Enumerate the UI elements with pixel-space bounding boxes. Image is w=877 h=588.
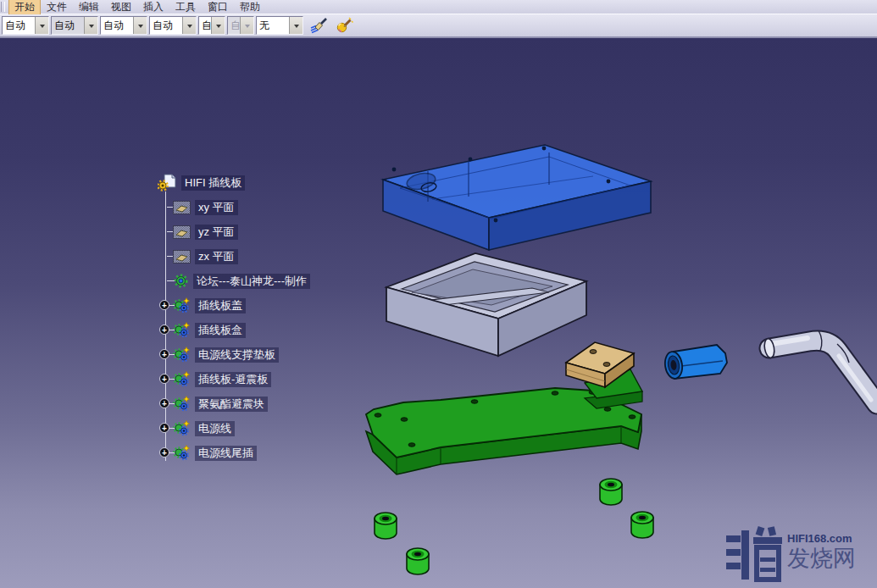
chevron-down-icon[interactable] xyxy=(84,17,97,34)
tree-node-part-power-cord[interactable]: + 电源线 xyxy=(173,416,310,441)
part-icon xyxy=(173,347,191,363)
tree-node-label[interactable]: 电源线 xyxy=(195,421,235,436)
tree-node-label[interactable]: 插线板盖 xyxy=(195,298,246,313)
part-icon xyxy=(173,371,191,387)
specification-tree: HIFI 插线板 xy 平面 yz 平面 zx 平面 论坛---泰山神龙---制… xyxy=(158,170,310,465)
part-power-cord[interactable] xyxy=(763,330,877,404)
menu-bar: 开始 文件 编辑 视图 插入 工具 窗口 帮助 xyxy=(0,0,877,14)
menu-tools[interactable]: 工具 xyxy=(169,0,202,15)
expand-icon[interactable]: + xyxy=(159,325,169,335)
opacity-combo[interactable]: 自动 xyxy=(51,16,98,35)
combo-value: 自动 xyxy=(52,17,84,34)
tree-node-label[interactable]: yz 平面 xyxy=(195,225,238,240)
part-tail-plug[interactable] xyxy=(663,345,727,380)
layer-combo[interactable]: 无 xyxy=(256,16,303,35)
tree-node-part-support-pad[interactable]: + 电源线支撑垫板 xyxy=(173,342,310,367)
part-foot-3[interactable] xyxy=(600,479,622,505)
tree-node-yz-plane[interactable]: yz 平面 xyxy=(173,219,310,244)
tree-node-label[interactable]: xy 平面 xyxy=(195,200,238,215)
tree-node-part-cover[interactable]: + 插线板盖 xyxy=(173,293,310,318)
tree-node-part-damping-block[interactable]: + 聚氨酯避震块 xyxy=(173,391,310,416)
tree-node-label[interactable]: 电源线尾插 xyxy=(195,446,257,461)
chevron-down-icon xyxy=(240,17,253,34)
expand-icon[interactable]: + xyxy=(159,374,169,384)
plane-icon xyxy=(173,225,191,239)
expand-icon[interactable]: + xyxy=(159,398,169,408)
combo-value: 自动 xyxy=(228,17,240,34)
part-icon xyxy=(173,420,191,436)
point-style-combo[interactable]: 自动 xyxy=(198,16,225,35)
tree-node-xy-plane[interactable]: xy 平面 xyxy=(173,195,310,219)
fill-color-combo[interactable]: 自动 xyxy=(2,16,49,35)
part-icon xyxy=(173,297,191,313)
watermark-logo xyxy=(726,526,782,580)
tree-node-label[interactable]: HIFI 插线板 xyxy=(181,175,245,191)
tree-node-label[interactable]: zx 平面 xyxy=(195,249,238,264)
tree-node-label[interactable]: 插线板盒 xyxy=(195,323,246,338)
combo-value: 自动 xyxy=(3,17,35,34)
menu-file[interactable]: 文件 xyxy=(41,0,73,15)
menu-view[interactable]: 视图 xyxy=(105,0,137,15)
graphic-properties-toolbar: 自动 自动 自动 自动 自动 自动 无 xyxy=(0,14,877,38)
tree-node-part-damping-plate[interactable]: + 插线板-避震板 xyxy=(173,367,310,391)
tree-node-geometry-set[interactable]: 论坛---泰山神龙---制作 xyxy=(173,269,310,293)
part-icon xyxy=(173,445,191,461)
part-foot-1[interactable] xyxy=(375,513,397,539)
combo-value: 自动 xyxy=(101,17,133,34)
paint-brush-icon[interactable] xyxy=(308,16,329,35)
tree-node-label[interactable]: 插线板-避震板 xyxy=(195,372,271,387)
tree-node-part-tail-plug[interactable]: + 电源线尾插 xyxy=(173,441,310,465)
watermark-name: 发烧网 xyxy=(787,546,856,571)
chevron-down-icon[interactable] xyxy=(35,17,48,34)
pencil-ball-icon[interactable] xyxy=(334,16,354,35)
chevron-down-icon[interactable] xyxy=(289,17,303,34)
part-box[interactable] xyxy=(386,253,586,356)
exploded-assembly xyxy=(0,0,877,588)
render-style-combo: 自动 xyxy=(227,16,254,35)
expand-icon[interactable]: + xyxy=(159,447,169,458)
menu-insert[interactable]: 插入 xyxy=(137,0,169,15)
expand-icon[interactable]: + xyxy=(159,300,169,310)
chevron-down-icon[interactable] xyxy=(133,17,147,34)
line-weight-combo[interactable]: 自动 xyxy=(149,16,197,35)
tree-node-root[interactable]: HIFI 插线板 xyxy=(158,170,310,195)
combo-value: 无 xyxy=(257,17,289,34)
watermark-site: HIFI168.com xyxy=(787,532,852,545)
combo-value: 自动 xyxy=(150,17,182,34)
menu-edit[interactable]: 编辑 xyxy=(73,0,105,15)
part-foot-2[interactable] xyxy=(407,548,429,574)
combo-value: 自动 xyxy=(199,17,211,34)
expand-icon[interactable]: + xyxy=(159,349,169,359)
part-icon xyxy=(173,322,191,338)
expand-icon[interactable]: + xyxy=(159,423,169,433)
watermark: HIFI168.com 发烧网 xyxy=(724,525,877,588)
part-cover[interactable] xyxy=(383,145,651,250)
part-foot-4[interactable] xyxy=(631,512,653,538)
tree-node-part-box[interactable]: + 插线板盒 xyxy=(173,318,310,342)
toolbar-grip[interactable] xyxy=(1,2,5,12)
tree-node-label[interactable]: 论坛---泰山神龙---制作 xyxy=(193,274,310,289)
menu-start[interactable]: 开始 xyxy=(8,0,41,15)
chevron-down-icon[interactable] xyxy=(182,17,196,34)
menu-window[interactable]: 窗口 xyxy=(202,0,234,15)
line-type-combo[interactable]: 自动 xyxy=(100,16,147,35)
plane-icon xyxy=(173,201,191,214)
chevron-down-icon[interactable] xyxy=(211,17,225,34)
product-icon xyxy=(158,174,177,191)
tree-node-label[interactable]: 电源线支撑垫板 xyxy=(195,347,279,363)
tree-node-zx-plane[interactable]: zx 平面 xyxy=(173,244,310,269)
gear-icon xyxy=(173,273,189,289)
plane-icon xyxy=(173,250,191,263)
part-icon xyxy=(173,396,191,412)
tree-node-label[interactable]: 聚氨酯避震块 xyxy=(195,397,268,412)
menu-help[interactable]: 帮助 xyxy=(234,0,266,15)
